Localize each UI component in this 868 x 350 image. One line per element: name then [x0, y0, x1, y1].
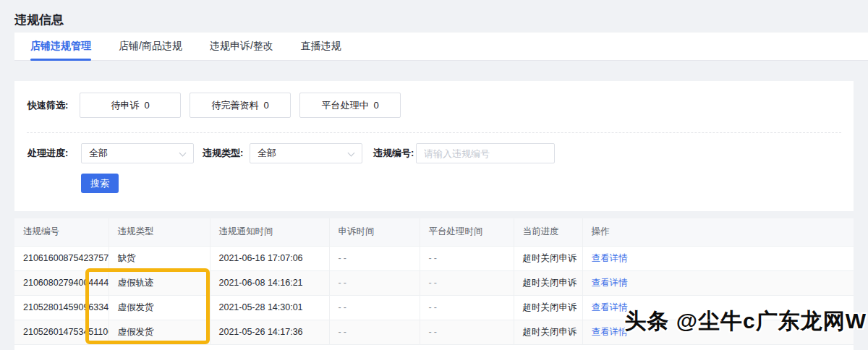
cell-violation-type: 虚假发货 [109, 320, 210, 344]
tab-bar: 店铺违规管理 店铺/商品违规 违规申诉/整改 直播违规 [14, 33, 868, 61]
cell-progress: 超时关闭申诉 [514, 246, 582, 270]
cell-platform-time: -- [420, 246, 514, 270]
cell-platform-time: -- [420, 270, 514, 295]
page-root: 违规信息 店铺违规管理 店铺/商品违规 违规申诉/整改 直播违规 快速筛选: 待… [0, 0, 868, 350]
tab-label: 店铺/商品违规 [119, 40, 182, 51]
cell-violation-number: 210616008754237576 [14, 246, 109, 270]
cell-appeal-time: -- [329, 295, 420, 320]
view-detail-link[interactable]: 查看详情 [592, 302, 628, 312]
view-detail-link[interactable]: 查看详情 [592, 327, 628, 337]
col-platform-time: 平台处理时间 [420, 218, 514, 246]
view-detail-link[interactable]: 查看详情 [592, 278, 628, 288]
chevron-down-icon [348, 150, 355, 157]
quick-filter-pending-appeal-button[interactable]: 待申诉 0 [80, 93, 181, 118]
cell-notify-time: 2021-05-28 14:30:01 [210, 295, 329, 320]
cell-progress: 超时关闭申诉 [514, 320, 582, 344]
search-button[interactable]: 搜索 [81, 174, 119, 193]
quick-filter-label: 快速筛选: [27, 99, 80, 112]
cell-notify-time: 2021-05-26 14:17:36 [210, 320, 329, 344]
cell-appeal-time: -- [329, 270, 420, 295]
progress-select[interactable]: 全部 [81, 143, 194, 163]
cell-violation-type: 虚假轨迹 [109, 270, 210, 295]
table-row: 210608027940044447 虚假轨迹 2021-06-08 14:16… [14, 270, 854, 295]
quick-filter-button-label: 待完善资料 [211, 99, 258, 112]
cell-notify-time: 2021-06-16 17:07:06 [210, 246, 329, 270]
active-tab-underline [30, 59, 91, 61]
quick-filter-row: 快速筛选: 待申诉 0 待完善资料 0 平台处理中 0 [27, 93, 409, 118]
cell-platform-time: -- [420, 320, 514, 344]
cell-violation-type: 虚假发货 [109, 295, 210, 320]
tab-store-violation-management[interactable]: 店铺违规管理 [30, 33, 91, 61]
cell-progress: 超时关闭申诉 [514, 295, 582, 320]
progress-filter-label: 处理进度: [27, 147, 81, 160]
progress-select-value: 全部 [89, 147, 108, 160]
tab-label: 违规申诉/整改 [210, 40, 273, 51]
table-row: 210616008754237576 缺货 2021-06-16 17:07:0… [14, 246, 854, 270]
number-filter-label: 违规编号: [373, 147, 416, 160]
cell-progress: 超时关闭申诉 [514, 270, 582, 295]
col-violation-number: 违规编号 [14, 218, 109, 246]
tab-label: 直播违规 [301, 40, 341, 51]
col-progress: 当前进度 [514, 218, 582, 246]
quick-filter-button-label: 平台处理中 [321, 99, 368, 112]
tab-store-product-violation[interactable]: 店铺/商品违规 [119, 33, 182, 61]
cell-violation-type: 缺货 [109, 246, 210, 270]
cell-violation-number: 210608027940044447 [14, 270, 109, 295]
quick-filter-platform-processing-button[interactable]: 平台处理中 0 [299, 93, 401, 118]
quick-filter-button-count: 0 [263, 100, 268, 111]
type-filter-label: 违规类型: [203, 147, 250, 160]
tab-violation-appeal-rectify[interactable]: 违规申诉/整改 [210, 33, 273, 61]
violation-type-select[interactable]: 全部 [250, 143, 362, 163]
tab-live-violation[interactable]: 直播违规 [301, 33, 341, 61]
col-notify-time: 违规通知时间 [210, 218, 329, 246]
quick-filter-pending-materials-button[interactable]: 待完善资料 0 [190, 93, 291, 118]
col-action: 操作 [582, 218, 854, 246]
violation-number-input[interactable] [416, 143, 555, 163]
quick-filter-button-label: 待申诉 [111, 99, 139, 112]
chevron-down-icon [179, 150, 187, 157]
cell-appeal-time: -- [329, 246, 420, 270]
quick-filter-button-count: 0 [373, 100, 378, 111]
page-title: 违规信息 [14, 12, 64, 28]
col-violation-type: 违规类型 [109, 218, 210, 246]
tab-label: 店铺违规管理 [30, 40, 91, 51]
cell-platform-time: -- [420, 295, 514, 320]
cell-notify-time: 2021-06-08 14:16:21 [210, 270, 329, 295]
cell-violation-number: 210526014753451100 [14, 320, 109, 344]
dashed-divider [27, 132, 841, 133]
cell-appeal-time: -- [329, 320, 420, 344]
violation-type-select-value: 全部 [258, 147, 276, 160]
table-header-row: 违规编号 违规类型 违规通知时间 申诉时间 平台处理时间 当前进度 操作 [14, 218, 854, 246]
quick-filter-button-count: 0 [144, 100, 149, 111]
cell-violation-number: 210528014590963346 [14, 295, 109, 320]
view-detail-link[interactable]: 查看详情 [592, 253, 628, 263]
filter-card: 快速筛选: 待申诉 0 待完善资料 0 平台处理中 0 处理进度: 全部 违规类… [14, 81, 854, 211]
watermark-text: 头条 @尘牛c广东龙网W [624, 307, 867, 336]
filter-fields-row: 处理进度: 全部 违规类型: 全部 违规编号: [27, 143, 555, 163]
col-appeal-time: 申诉时间 [329, 218, 420, 246]
